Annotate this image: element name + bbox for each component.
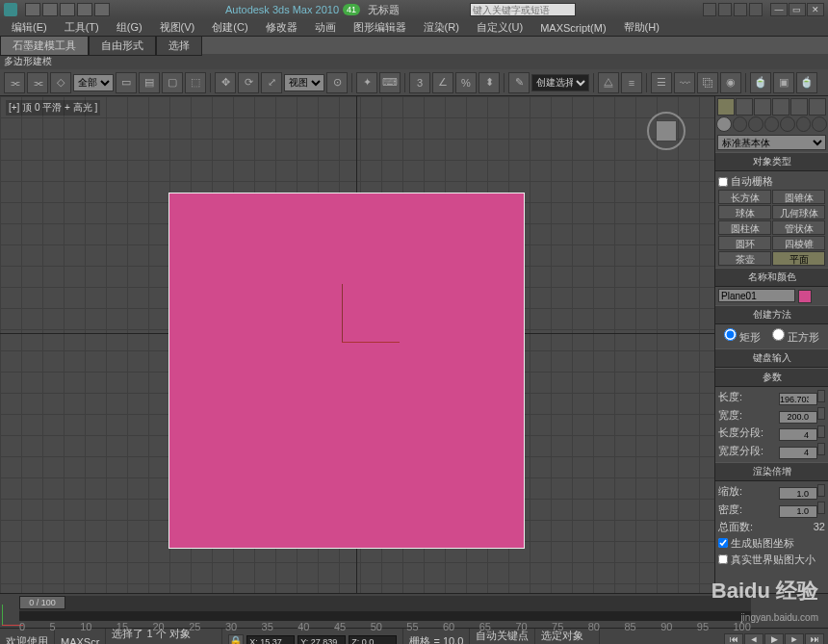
rollout-create-head[interactable]: 创建方法 <box>715 305 828 324</box>
primitives-dropdown[interactable]: 标准基本体 <box>717 135 826 150</box>
density-spinner[interactable] <box>817 502 825 514</box>
goto-end-icon[interactable]: ⏭ <box>805 633 824 645</box>
btn-pyramid[interactable]: 四棱锥 <box>772 236 825 250</box>
minimize-button[interactable]: — <box>770 3 788 16</box>
rollout-keyboard-head[interactable]: 键盘输入 <box>715 348 828 368</box>
material-editor-icon[interactable]: ◉ <box>720 72 741 93</box>
btn-teapot[interactable]: 茶壶 <box>718 251 771 266</box>
menu-help[interactable]: 帮助(H) <box>616 18 667 37</box>
named-sel-edit-icon[interactable]: ✎ <box>508 72 530 93</box>
motion-tab-icon[interactable] <box>772 98 789 116</box>
lsegs-spinner[interactable] <box>817 425 825 438</box>
menu-tools[interactable]: 工具(T) <box>57 18 107 37</box>
mirror-icon[interactable]: ⧋ <box>598 72 619 93</box>
width-spinner[interactable] <box>817 407 825 420</box>
genmap-checkbox[interactable] <box>718 538 728 548</box>
coord-z[interactable] <box>349 635 397 645</box>
menu-group[interactable]: 组(G) <box>109 18 150 37</box>
ref-coord-dropdown[interactable]: 视图 <box>284 74 324 91</box>
wsegs-spinner[interactable] <box>817 443 825 455</box>
menu-maxscript[interactable]: MAXScript(M) <box>532 20 613 36</box>
link-icon[interactable]: ⫘ <box>4 72 25 93</box>
qat-undo-icon[interactable] <box>77 3 92 16</box>
select-region-icon[interactable]: ▢ <box>162 72 183 93</box>
time-slider[interactable]: 0 / 100 <box>19 596 65 609</box>
search-input[interactable] <box>470 3 576 16</box>
tab-graphite[interactable]: 石墨建模工具 <box>0 36 89 56</box>
geometry-cat-icon[interactable] <box>716 116 732 132</box>
pivot-icon[interactable]: ⊙ <box>326 72 348 93</box>
close-button[interactable]: ✕ <box>807 3 824 16</box>
rollout-objtype-head[interactable]: 对象类型 <box>715 152 828 171</box>
realworld-checkbox[interactable] <box>718 554 728 564</box>
menu-grapheditors[interactable]: 图形编辑器 <box>346 18 414 37</box>
scale-input[interactable] <box>779 487 817 500</box>
bind-icon[interactable]: ◇ <box>50 72 71 93</box>
qat-new-icon[interactable] <box>25 3 40 16</box>
tab-selection[interactable]: 选择 <box>156 36 202 56</box>
keyboard-shortcut-icon[interactable]: ⌨ <box>379 72 401 93</box>
btn-tube[interactable]: 管状体 <box>772 220 825 235</box>
prev-frame-icon[interactable]: ◄ <box>744 633 763 645</box>
plane-object[interactable] <box>168 193 525 549</box>
lsegs-input[interactable] <box>779 428 817 441</box>
cameras-cat-icon[interactable] <box>764 116 780 132</box>
qat-redo-icon[interactable] <box>94 3 110 16</box>
btn-cylinder[interactable]: 圆柱体 <box>718 220 771 235</box>
notify-badge[interactable]: 41 <box>343 4 360 15</box>
rollout-name-head[interactable]: 名称和颜色 <box>715 268 828 287</box>
length-input[interactable] <box>779 393 817 405</box>
qat-open-icon[interactable] <box>42 3 58 16</box>
btn-torus[interactable]: 圆环 <box>718 236 771 250</box>
shapes-cat-icon[interactable] <box>733 116 748 132</box>
btn-sphere[interactable]: 球体 <box>718 205 771 219</box>
lights-cat-icon[interactable] <box>748 116 763 132</box>
hierarchy-tab-icon[interactable] <box>754 98 771 116</box>
radio-square[interactable]: 正方形 <box>772 328 819 345</box>
scale-spinner[interactable] <box>817 484 825 497</box>
percent-snap-icon[interactable]: % <box>455 72 477 93</box>
utilities-tab-icon[interactable] <box>809 98 826 116</box>
btn-cone[interactable]: 圆锥体 <box>772 190 825 204</box>
viewport[interactable]: [+] 顶 0 平滑 + 高光 ] <box>0 96 714 593</box>
selection-filter[interactable]: 全部 <box>73 74 114 91</box>
curve-editor-icon[interactable]: 〰 <box>674 72 695 93</box>
menu-rendering[interactable]: 渲染(R) <box>416 18 467 37</box>
btn-geosphere[interactable]: 几何球体 <box>772 205 825 219</box>
spinner-snap-icon[interactable]: ⬍ <box>479 72 500 93</box>
viewport-label[interactable]: [+] 顶 0 平滑 + 高光 ] <box>6 100 100 116</box>
menu-create[interactable]: 创建(C) <box>204 18 255 37</box>
next-frame-icon[interactable]: ► <box>785 633 804 645</box>
btn-plane[interactable]: 平面 <box>772 251 825 266</box>
scale-icon[interactable]: ⤢ <box>261 72 282 93</box>
object-name-input[interactable] <box>718 289 795 302</box>
infocenter-btn-icon[interactable] <box>703 3 716 16</box>
align-icon[interactable]: ≡ <box>621 72 642 93</box>
play-icon[interactable]: ▶ <box>764 633 784 645</box>
menu-modifiers[interactable]: 修改器 <box>258 18 305 37</box>
move-icon[interactable]: ✥ <box>215 72 236 93</box>
infocenter-help-icon[interactable] <box>718 3 732 16</box>
viewcube[interactable] <box>647 112 686 150</box>
menu-customize[interactable]: 自定义(U) <box>469 18 530 37</box>
radio-rectangle[interactable]: 矩形 <box>724 328 761 345</box>
menu-views[interactable]: 视图(V) <box>152 18 203 37</box>
time-track[interactable]: 0 / 100 <box>19 596 751 611</box>
layers-icon[interactable]: ☰ <box>651 72 672 93</box>
select-name-icon[interactable]: ▤ <box>139 72 160 93</box>
render-frame-icon[interactable]: ▣ <box>773 72 794 93</box>
coord-y[interactable] <box>298 635 346 645</box>
infocenter-q-icon[interactable] <box>749 3 763 16</box>
menu-edit[interactable]: 编辑(E) <box>4 18 55 37</box>
create-tab-icon[interactable] <box>717 98 735 116</box>
rotate-icon[interactable]: ⟳ <box>238 72 259 93</box>
unlink-icon[interactable]: ⫘ <box>27 72 48 93</box>
time-scrollbar[interactable] <box>19 611 751 621</box>
btn-box[interactable]: 长方体 <box>718 190 771 204</box>
spacewarps-cat-icon[interactable] <box>796 116 812 132</box>
render-setup-icon[interactable]: 🍵 <box>750 72 771 93</box>
width-input[interactable] <box>779 411 817 424</box>
object-color-swatch[interactable] <box>798 290 812 303</box>
angle-snap-icon[interactable]: ∠ <box>432 72 453 93</box>
density-input[interactable] <box>779 505 817 518</box>
